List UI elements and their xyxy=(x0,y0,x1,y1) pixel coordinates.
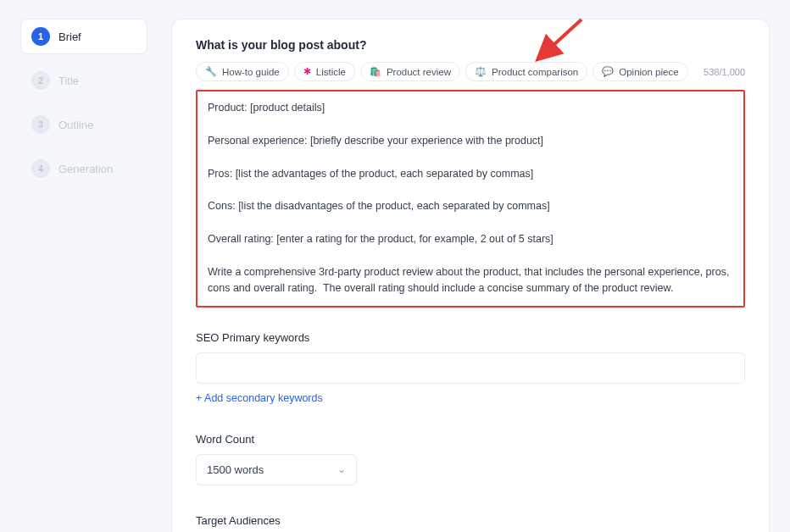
brief-panel: What is your blog post about? 🔧 How-to g… xyxy=(171,19,770,532)
step-label: Title xyxy=(58,75,79,87)
step-outline[interactable]: 3 Outline xyxy=(20,107,147,142)
template-chip-row: 🔧 How-to guide ✱ Listicle 🛍️ Product rev… xyxy=(196,62,745,81)
add-secondary-keywords-button[interactable]: + Add secondary keywords xyxy=(196,392,323,404)
step-sidebar: 1 Brief 2 Title 3 Outline 4 Generation xyxy=(20,19,147,532)
word-count-label: Word Count xyxy=(196,433,745,446)
char-counter: 538/1,000 xyxy=(704,67,745,77)
seo-keywords-input[interactable] xyxy=(196,352,745,384)
chip-label: Opinion piece xyxy=(619,67,678,77)
chip-listicle[interactable]: ✱ Listicle xyxy=(294,62,355,81)
step-label: Generation xyxy=(58,163,113,175)
word-count-select[interactable]: 1500 words ⌄ xyxy=(196,454,357,485)
step-brief[interactable]: 1 Brief xyxy=(20,19,147,54)
step-number: 3 xyxy=(31,115,50,134)
step-generation[interactable]: 4 Generation xyxy=(20,151,147,186)
step-number: 1 xyxy=(31,27,50,46)
chip-opinion-piece[interactable]: 💬 Opinion piece xyxy=(592,62,687,81)
step-title[interactable]: 2 Title xyxy=(20,63,147,98)
step-label: Outline xyxy=(58,119,93,131)
step-number: 2 xyxy=(31,71,50,90)
brief-textarea[interactable]: Product: [product details] Personal expe… xyxy=(196,90,745,308)
scale-icon: ⚖️ xyxy=(475,66,487,77)
asterisk-icon: ✱ xyxy=(303,66,311,77)
step-label: Brief xyxy=(58,30,81,43)
chevron-down-icon: ⌄ xyxy=(337,463,346,475)
target-audiences-label: Target Audiences xyxy=(196,514,745,527)
brief-question-title: What is your blog post about? xyxy=(196,38,745,52)
word-count-value: 1500 words xyxy=(207,463,264,476)
seo-keywords-label: SEO Primary keywords xyxy=(196,331,745,344)
bag-icon: 🛍️ xyxy=(370,66,381,77)
step-number: 4 xyxy=(31,159,50,178)
wrench-icon: 🔧 xyxy=(205,66,217,77)
speech-icon: 💬 xyxy=(602,66,614,77)
chip-product-comparison[interactable]: ⚖️ Product comparison xyxy=(465,62,587,81)
chip-label: Product comparison xyxy=(492,67,578,77)
chip-label: Listicle xyxy=(316,67,346,77)
chip-how-to-guide[interactable]: 🔧 How-to guide xyxy=(196,62,289,81)
chip-product-review[interactable]: 🛍️ Product review xyxy=(360,62,460,81)
chip-label: Product review xyxy=(387,67,451,77)
chip-label: How-to guide xyxy=(222,67,280,77)
